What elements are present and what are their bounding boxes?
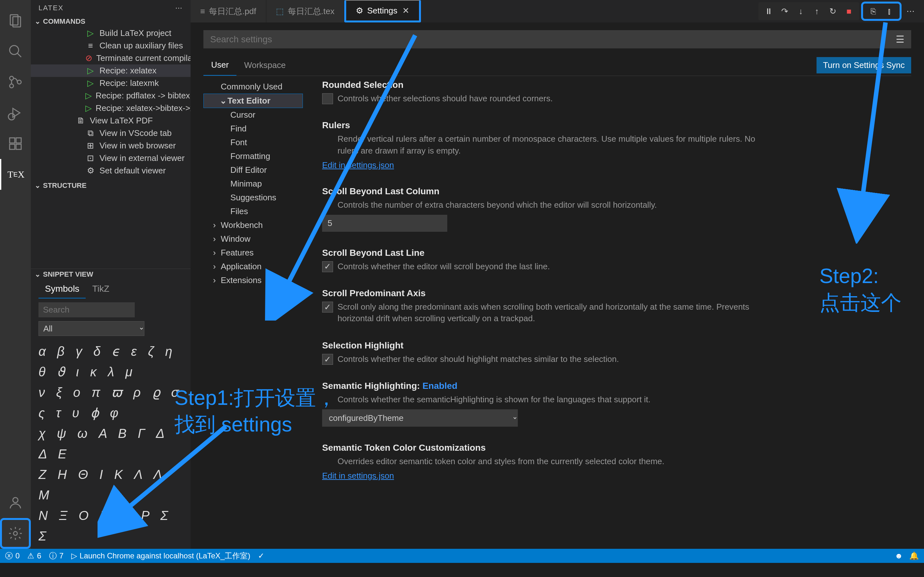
search-icon[interactable]: [0, 36, 31, 67]
tree-item[interactable]: ⧉View in VScode tab: [31, 127, 191, 139]
settings-search-input[interactable]: [210, 34, 896, 45]
scope-user[interactable]: User: [204, 55, 236, 76]
snippet-tab-tikz[interactable]: TikZ: [86, 280, 115, 298]
tab-label: Settings: [367, 6, 397, 16]
toc-item[interactable]: Minimap: [204, 177, 303, 191]
sync-button[interactable]: Turn on Settings Sync: [817, 57, 911, 73]
settings-search[interactable]: ☰: [204, 30, 911, 48]
extensions-icon[interactable]: [0, 128, 31, 159]
status-check[interactable]: ✓: [258, 551, 264, 560]
checkbox[interactable]: [322, 261, 333, 272]
toc-item[interactable]: ›Features: [204, 246, 303, 259]
tree-item[interactable]: ⊡View in external viewer: [31, 152, 191, 164]
setting-title: Rulers: [322, 120, 771, 131]
close-icon[interactable]: ✕: [402, 6, 409, 16]
more-actions-icon[interactable]: ⋯: [903, 4, 918, 18]
edit-json-link[interactable]: Edit in settings.json: [322, 471, 394, 481]
debug-icon[interactable]: [0, 97, 31, 128]
status-bell-icon[interactable]: 🔔: [909, 551, 919, 560]
toc-item[interactable]: Cursor: [204, 108, 303, 122]
setting-title: Rounded Selection: [322, 80, 771, 90]
greek-symbols[interactable]: α β γ δ ϵ ε ζ η θ ϑ ι κ λ μν ξ o π ϖ ρ ϱ…: [31, 338, 191, 549]
toc-item[interactable]: Find: [204, 122, 303, 135]
step-out-icon[interactable]: ↑: [810, 4, 824, 18]
latex-icon[interactable]: TEX: [0, 159, 31, 190]
tree-item[interactable]: ▷Recipe: xelatex: [31, 64, 191, 77]
tree-item-label: View in external viewer: [99, 153, 184, 163]
chevron-icon: ›: [213, 276, 221, 285]
account-icon[interactable]: [0, 487, 31, 518]
tree-item[interactable]: ▷Recipe: pdflatex -> bibtex ->...: [31, 89, 191, 102]
setting-desc: Overrides editor semantic token color an…: [338, 456, 664, 467]
snippet-category-select[interactable]: All: [39, 321, 144, 336]
stop-icon[interactable]: ■: [842, 4, 856, 18]
toc-item[interactable]: Suggestions: [204, 191, 303, 205]
tree-item[interactable]: ⊘Terminate current compilation: [31, 52, 191, 64]
filter-icon[interactable]: ☰: [896, 34, 905, 45]
structure-section[interactable]: ⌄STRUCTURE: [31, 180, 191, 191]
setting-desc: Controls whether the semanticHighlightin…: [338, 394, 651, 405]
scope-workspace[interactable]: Workspace: [236, 55, 294, 75]
toc-item[interactable]: Diff Editor: [204, 163, 303, 177]
step-into-icon[interactable]: ↓: [794, 4, 808, 18]
toc-item[interactable]: ⌄Text Editor: [204, 93, 303, 108]
tab-tex[interactable]: ⬚每日汇总.tex: [266, 0, 344, 23]
svg-rect-9: [10, 138, 15, 143]
tree-item-label: Recipe: xelatex: [99, 66, 157, 76]
settings-gear-icon[interactable]: [0, 518, 31, 549]
edit-json-link[interactable]: Edit in settings.json: [322, 160, 394, 170]
snippet-tab-symbols[interactable]: Symbols: [39, 280, 86, 298]
open-json-icon[interactable]: ⎘: [866, 4, 880, 18]
tree-item-label: Recipe: xelatex->bibtex->xel...: [95, 103, 191, 113]
checkbox[interactable]: [322, 301, 333, 313]
tree-item[interactable]: ⚙Set default viewer: [31, 164, 191, 177]
continue-icon[interactable]: ⏸: [762, 4, 776, 18]
svg-point-2: [10, 45, 19, 55]
setting-rounded-selection: Rounded Selection Controls whether selec…: [322, 80, 771, 104]
tree-item[interactable]: 🗎View LaTeX PDF: [31, 114, 191, 127]
toc-item[interactable]: ›Workbench: [204, 218, 303, 232]
explorer-icon[interactable]: [0, 5, 31, 36]
tree-item[interactable]: ≡Clean up auxiliary files: [31, 39, 191, 52]
status-feedback-icon[interactable]: ☻: [895, 551, 903, 560]
setting-desc: Controls the number of extra characters …: [338, 199, 657, 211]
snippet-section[interactable]: ⌄SNIPPET VIEW: [31, 269, 191, 280]
setting-title: Scroll Beyond Last Column: [322, 186, 771, 197]
toc-item[interactable]: ›Extensions: [204, 274, 303, 287]
restart-icon[interactable]: ↻: [826, 4, 840, 18]
tree-item-label: Terminate current compilation: [96, 53, 191, 63]
tree-item[interactable]: ▷Build LaTeX project: [31, 27, 191, 39]
svg-point-13: [13, 498, 18, 503]
toc-item[interactable]: Commonly Used: [204, 80, 303, 93]
toc-item[interactable]: ›Window: [204, 232, 303, 246]
tree-item[interactable]: ⊞View in web browser: [31, 139, 191, 152]
checkbox[interactable]: [322, 354, 333, 365]
step-over-icon[interactable]: ↷: [778, 4, 792, 18]
svg-rect-12: [16, 144, 21, 149]
tab-settings[interactable]: ⚙Settings✕: [344, 0, 421, 23]
scm-icon[interactable]: [0, 67, 31, 97]
checkbox[interactable]: [322, 93, 333, 104]
status-errors[interactable]: ⓧ 0: [5, 551, 19, 561]
toc-item[interactable]: ›Application: [204, 259, 303, 274]
chevron-icon: ›: [213, 234, 221, 244]
snippet-search-input[interactable]: [39, 302, 135, 318]
split-editor-icon[interactable]: ⫿: [882, 4, 897, 18]
tree-item-label: Clean up auxiliary files: [99, 41, 183, 51]
toc-item[interactable]: Files: [204, 205, 303, 218]
status-warnings[interactable]: ⚠ 6: [27, 551, 41, 560]
status-info[interactable]: ⓘ 7: [49, 551, 63, 561]
number-input[interactable]: [322, 215, 447, 232]
tree-item[interactable]: ▷Recipe: latexmk: [31, 77, 191, 89]
toc-item[interactable]: Formatting: [204, 149, 303, 163]
tab-pdf[interactable]: ≡每日汇总.pdf: [191, 0, 266, 23]
commands-section[interactable]: ⌄COMMANDS: [31, 16, 191, 27]
commands-label: COMMANDS: [43, 17, 86, 26]
status-launch[interactable]: ▷ Launch Chrome against localhost (LaTeX…: [71, 551, 250, 561]
select-input[interactable]: configuredByTheme: [322, 409, 518, 427]
more-icon[interactable]: ⋯: [175, 4, 183, 12]
tree-item[interactable]: ▷Recipe: xelatex->bibtex->xel...: [31, 102, 191, 114]
setting-desc: Render vertical rulers after a certain n…: [338, 133, 771, 156]
toc-item[interactable]: Font: [204, 135, 303, 149]
setting-title: Selection Highlight: [322, 340, 771, 351]
